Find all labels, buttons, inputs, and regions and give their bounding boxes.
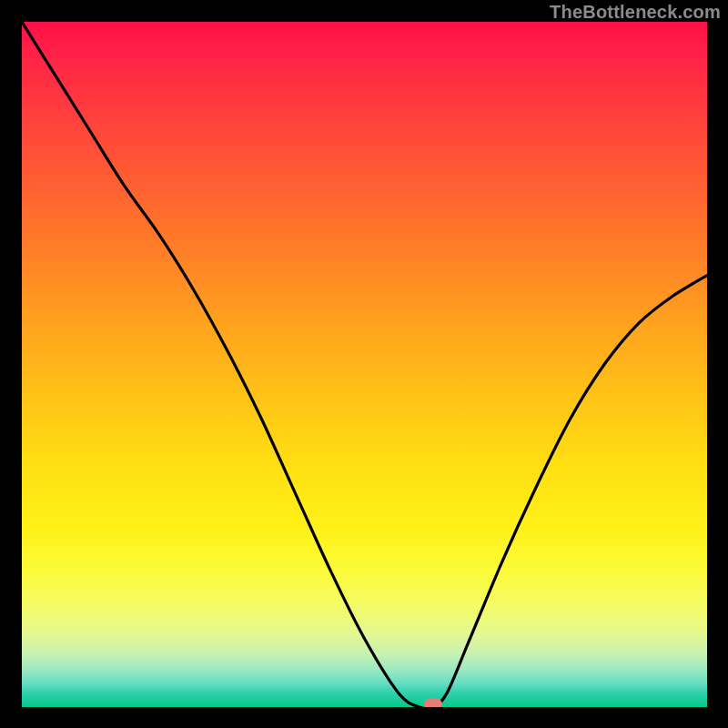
chart-frame: TheBottleneck.com (0, 0, 728, 728)
plot-area (22, 22, 707, 707)
optimal-point-marker (424, 699, 442, 708)
bottleneck-curve (22, 22, 707, 707)
watermark-text: TheBottleneck.com (550, 2, 721, 23)
